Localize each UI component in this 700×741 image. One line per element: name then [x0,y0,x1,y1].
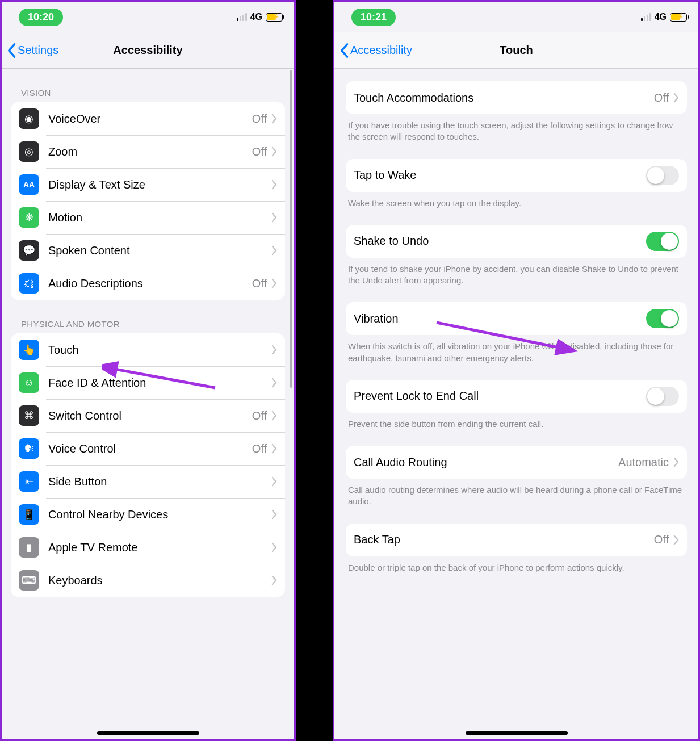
cellular-signal-icon [641,13,651,21]
row-touch[interactable]: 👆Touch [11,333,285,366]
row-label: Shake to Undo [354,235,646,248]
motion-icon: ❋ [19,207,39,228]
chevron-right-icon [271,114,277,124]
row-label: Voice Control [48,442,252,455]
row-side-button[interactable]: ⇤Side Button [11,465,285,498]
chevron-right-icon [673,93,679,103]
row-motion[interactable]: ❋Motion [11,201,285,234]
row-label: VoiceOver [48,112,252,125]
row-label: Touch Accommodations [354,91,654,104]
group-prevent-lock: Prevent Lock to End Call [346,380,687,413]
network-label: 4G [250,12,262,22]
group-call-audio-routing: Call Audio Routing Automatic [346,446,687,479]
chevron-right-icon [271,179,277,190]
tvremote-icon: ▮ [19,537,39,558]
row-audio-descriptions[interactable]: 🗯Audio DescriptionsOff [11,267,285,300]
faceid-icon: ☺ [19,372,39,393]
chevron-right-icon [673,535,679,545]
group-touch-accommodations: Touch Accommodations Off [346,81,687,114]
toggle-prevent-lock-end-call[interactable] [646,387,679,406]
row-value: Off [252,442,267,455]
status-bar: 10:20 4G ⚡ [2,2,294,32]
row-label: Call Audio Routing [354,456,618,469]
row-label: Touch [48,344,271,357]
group-tap-to-wake: Tap to Wake [346,159,687,192]
row-value: Off [654,533,669,546]
chevron-left-icon [339,43,349,58]
scrollbar-thumb[interactable] [290,70,292,388]
chevron-right-icon [271,345,277,355]
chevron-right-icon [271,278,277,288]
network-label: 4G [655,12,667,22]
row-label: Back Tap [354,533,654,546]
status-time-pill[interactable]: 10:21 [351,9,396,26]
audio-icon: 🗯 [19,273,39,294]
chevron-left-icon [6,43,16,58]
status-right: 4G ⚡ [237,12,283,22]
chevron-right-icon [271,509,277,520]
nearby-icon: 📱 [19,504,39,525]
toggle-tap-to-wake[interactable] [646,166,679,185]
row-control-nearby-devices[interactable]: 📱Control Nearby Devices [11,498,285,531]
cellular-signal-icon [237,13,247,21]
row-switch-control[interactable]: ⌘Switch ControlOff [11,399,285,432]
toggle-shake-to-undo[interactable] [646,232,679,251]
row-label: Spoken Content [48,244,271,257]
touch-icon: 👆 [19,340,39,360]
row-value: Off [252,145,267,158]
row-label: Display & Text Size [48,178,271,191]
row-value: Off [654,91,669,104]
battery-icon: ⚡ [670,13,687,22]
switch-icon: ⌘ [19,405,39,426]
row-shake-to-undo: Shake to Undo [346,225,687,258]
row-back-tap[interactable]: Back Tap Off [346,524,687,556]
row-call-audio-routing[interactable]: Call Audio Routing Automatic [346,446,687,479]
row-voiceover[interactable]: ◉VoiceOverOff [11,102,285,135]
keyboard-icon: ⌨ [19,570,39,591]
back-button[interactable]: Settings [2,43,58,58]
row-label: Motion [48,211,271,224]
spoken-icon: 💬 [19,240,39,261]
group-vision: ◉VoiceOverOff◎ZoomOffAADisplay & Text Si… [11,102,285,300]
row-apple-tv-remote[interactable]: ▮Apple TV Remote [11,531,285,564]
navbar: Settings Accessibility [2,32,294,69]
chevron-right-icon [271,443,277,454]
chevron-right-icon [271,476,277,487]
row-label: Keyboards [48,574,271,587]
group-back-tap: Back Tap Off [346,524,687,556]
row-value: Off [252,112,267,125]
row-value: Off [252,277,267,290]
row-voice-control[interactable]: 🗣Voice ControlOff [11,432,285,465]
content-scroll[interactable]: Touch Accommodations Off If you have tro… [334,69,698,739]
status-bar: 10:21 4G ⚡ [334,2,698,32]
row-spoken-content[interactable]: 💬Spoken Content [11,234,285,267]
chevron-right-icon [271,378,277,388]
footer-back-tap: Double or triple tap on the back of your… [348,562,685,573]
row-label: Prevent Lock to End Call [354,390,646,403]
row-keyboards[interactable]: ⌨Keyboards [11,564,285,597]
battery-icon: ⚡ [266,13,283,22]
row-vibration: Vibration [346,302,687,335]
status-right: 4G ⚡ [641,12,687,22]
row-label: Vibration [354,312,646,325]
navbar: Accessibility Touch [334,32,698,69]
screen-touch: 10:21 4G ⚡ Accessibility Touch Touch Acc… [333,0,700,741]
voicectl-icon: 🗣 [19,438,39,459]
status-time-pill[interactable]: 10:20 [19,9,63,26]
sidebtn-icon: ⇤ [19,471,39,492]
home-indicator [97,731,199,735]
row-touch-accommodations[interactable]: Touch Accommodations Off [346,81,687,114]
back-button[interactable]: Accessibility [334,43,412,58]
chevron-right-icon [271,411,277,421]
row-tap-to-wake: Tap to Wake [346,159,687,192]
row-label: Tap to Wake [354,169,646,182]
content-scroll[interactable]: VISION ◉VoiceOverOff◎ZoomOffAADisplay & … [2,69,294,739]
row-label: Face ID & Attention [48,376,271,390]
toggle-vibration[interactable] [646,309,679,328]
section-header-vision: VISION [21,88,285,98]
row-display-text-size[interactable]: AADisplay & Text Size [11,168,285,201]
row-zoom[interactable]: ◎ZoomOff [11,135,285,168]
section-header-motor: PHYSICAL AND MOTOR [21,319,285,329]
row-label: Zoom [48,145,252,158]
row-face-id-attention[interactable]: ☺Face ID & Attention [11,366,285,399]
